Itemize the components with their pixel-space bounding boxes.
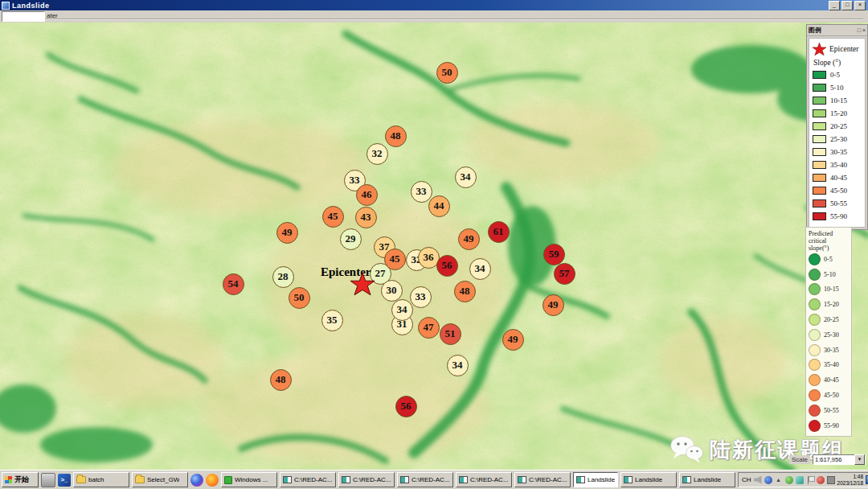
task-label: Windows ...: [235, 476, 268, 483]
legend-range-label: 25-30: [830, 135, 847, 143]
scale-combobox[interactable]: 1:617,956 ▼: [813, 454, 866, 465]
taskbar-task-button[interactable]: C:\RED-AC...: [456, 472, 512, 487]
taskbar: 开始 batchSelect_GWWindows ...C:\RED-AC...…: [0, 470, 868, 489]
window-title: Landslide: [12, 2, 50, 10]
taskbar-task-button[interactable]: C:\RED-AC...: [280, 472, 336, 487]
legend-range-label: 0-5: [824, 256, 833, 263]
task-label: C:\RED-AC...: [294, 476, 333, 483]
legend-class-row: 55-90: [813, 210, 862, 223]
legend-panel[interactable]: 图例 □× Epicenter Slope (°) 0-55-1010-1515…: [806, 24, 868, 230]
legend-titlebar[interactable]: 图例 □×: [807, 25, 867, 36]
sphere-icon[interactable]: [190, 474, 203, 487]
legend-titlebar-icons: □×: [858, 27, 866, 34]
start-button[interactable]: 开始: [2, 472, 39, 487]
console-icon: [400, 476, 409, 483]
map-raster[interactable]: [0, 23, 868, 470]
taskbar-task-button[interactable]: Windows ...: [221, 472, 277, 487]
toolbar-divider: [45, 18, 863, 19]
teal-app-icon[interactable]: [796, 476, 804, 484]
wechat-icon: [669, 434, 705, 465]
window-controls: _□×: [829, 1, 868, 10]
predicted-legend-panel: Predicted critical slope(°) 0-55-1010-15…: [805, 227, 852, 437]
legend-range-label: 15-20: [830, 109, 847, 117]
close-icon[interactable]: ×: [862, 27, 866, 34]
legend-swatch: [809, 420, 821, 432]
float-panel-icon[interactable]: □: [858, 27, 861, 34]
taskbar-items: batchSelect_GWWindows ...C:\RED-AC...C:\…: [41, 472, 735, 487]
epicenter-legend-label: Epicenter: [829, 45, 858, 53]
taskbar-task-button[interactable]: Landslide: [679, 472, 735, 487]
taskbar-task-button[interactable]: Landslide: [573, 472, 618, 487]
legend-class-row: 45-50: [813, 184, 862, 197]
alert-icon[interactable]: [817, 476, 825, 484]
task-label: Landslide: [588, 476, 615, 483]
task-label: Select_GW: [147, 476, 179, 483]
taskbar-task-button[interactable]: C:\RED-AC...: [338, 472, 395, 487]
legend-class-row: 5-10: [809, 267, 850, 282]
legend-class-row: 15-20: [813, 107, 862, 120]
legend-range-label: 5-10: [824, 271, 836, 278]
safety-icon[interactable]: [785, 476, 793, 484]
taskbar-task-button[interactable]: batch: [73, 472, 129, 487]
legend-body: Epicenter Slope (°) 0-55-1010-1515-2020-…: [809, 38, 866, 228]
legend-swatch: [809, 253, 821, 265]
taskbar-task-button[interactable]: C:\RED-AC...: [514, 472, 571, 487]
console-icon: [342, 476, 350, 483]
legend-swatch: [813, 84, 826, 92]
legend-swatch: [813, 122, 826, 130]
language-indicator[interactable]: CH: [742, 476, 751, 483]
legend-range-label: 20-25: [824, 316, 839, 323]
chevron-down-icon[interactable]: ▼: [854, 454, 865, 465]
console-icon: [459, 476, 468, 483]
taskbar-task-button[interactable]: Select_GW: [132, 472, 188, 487]
blue-app-icon[interactable]: [764, 476, 772, 484]
legend-swatch: [813, 97, 826, 105]
window-titlebar[interactable]: Landslide _□×: [0, 0, 868, 10]
legend-class-row: 50-55: [809, 403, 850, 418]
legend-range-label: 40-45: [830, 174, 847, 182]
taskbar-clock[interactable]: 1:48 2023/12/18: [837, 474, 864, 486]
legend-range-label: 30-35: [824, 347, 839, 354]
maximize-button[interactable]: □: [841, 1, 853, 10]
powershell-icon[interactable]: [58, 474, 71, 487]
console-icon: [283, 476, 292, 483]
predicted-legend-title-line1: Predicted critical: [809, 230, 850, 244]
clock-date: 2023/12/18: [837, 480, 864, 486]
legend-class-row: 0-5: [813, 68, 862, 81]
scale-control: Scale 1:617,956 ▼: [789, 454, 866, 465]
printer-icon[interactable]: [41, 473, 55, 487]
minimize-button[interactable]: _: [829, 1, 840, 10]
legend-swatch: [813, 109, 826, 117]
legend-swatch: [809, 269, 821, 281]
volume-icon[interactable]: [754, 476, 762, 484]
legend-range-label: 50-55: [830, 199, 847, 208]
legend-class-row: 35-40: [813, 158, 862, 171]
legend-swatch: [809, 298, 821, 310]
legend-epicenter-row: Epicenter: [813, 42, 862, 56]
legend-class-row: 0-5: [809, 252, 850, 267]
toolbar-input[interactable]: [2, 11, 45, 22]
firefox-icon[interactable]: [206, 474, 219, 487]
legend-swatch: [813, 71, 826, 79]
close-button[interactable]: ×: [854, 1, 866, 10]
legend-swatch: [813, 187, 826, 195]
clock-time: 1:48: [853, 474, 863, 479]
network-icon[interactable]: [827, 476, 835, 484]
folder-icon: [76, 476, 86, 483]
legend-swatch: [809, 344, 821, 356]
app-icon: [2, 2, 10, 10]
epicenter-star-icon: [350, 273, 375, 295]
hidden-icons-caret[interactable]: [775, 476, 783, 484]
scale-value: 1:617,956: [813, 456, 854, 463]
map-viewport[interactable]: [0, 23, 868, 470]
scale-label: Scale: [789, 455, 810, 464]
legend-range-label: 0-5: [830, 71, 840, 79]
task-label: C:\RED-AC...: [470, 476, 509, 483]
taskbar-task-button[interactable]: C:\RED-AC...: [397, 472, 453, 487]
flag-icon[interactable]: [806, 476, 814, 484]
legend-class-row: 10-15: [813, 94, 862, 107]
legend-swatch: [809, 389, 821, 401]
taskbar-task-button[interactable]: Landslide: [620, 472, 677, 487]
start-label: 开始: [14, 475, 29, 485]
application-window: Landslide _□× ater: [0, 0, 868, 489]
